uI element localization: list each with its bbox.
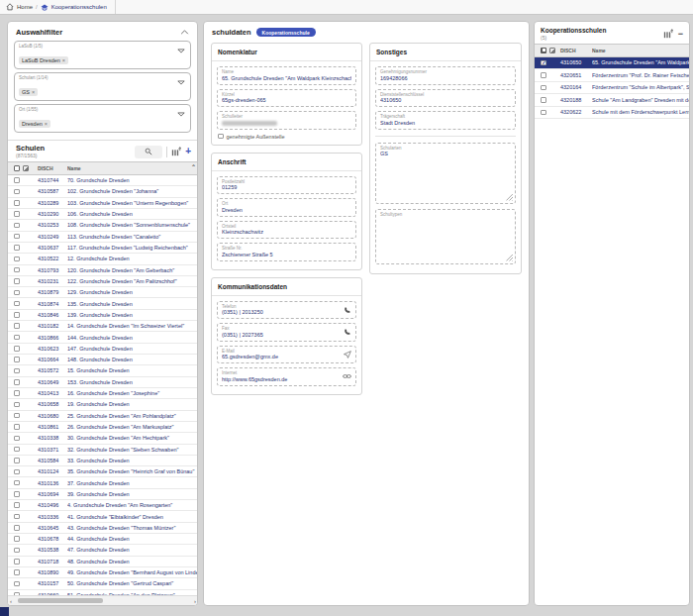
address-field[interactable]: Postleitzahl 01259: [217, 176, 356, 195]
send-icon[interactable]: [344, 351, 351, 359]
chevron-down-icon[interactable]: [177, 80, 185, 85]
filter-chip[interactable]: LaSuB Dresden ×: [19, 56, 68, 64]
row-checkbox[interactable]: [14, 189, 20, 195]
filter-funnel-icon[interactable]: [171, 147, 181, 156]
partial-select-icon[interactable]: [549, 48, 555, 53]
table-row[interactable]: 4310650 65. Grundschule Dresden "Am Wald…: [535, 57, 689, 70]
sonstiges-field[interactable]: Genehmigungsnummer 169428066: [375, 66, 516, 85]
horizontal-scrollbar[interactable]: ‹ ›: [8, 595, 197, 605]
scroll-right-arrow[interactable]: ›: [194, 598, 196, 604]
row-checkbox[interactable]: [14, 245, 20, 251]
kuerzel-field[interactable]: Kürzel 65gs-dresden-065: [217, 89, 356, 108]
table-row[interactable]: 4310157 50. Grundschule Dresden "Gertrud…: [8, 578, 197, 589]
row-checkbox[interactable]: [14, 335, 20, 341]
add-school-button[interactable]: +: [185, 147, 191, 156]
table-row[interactable]: 4310587 102. Grundschule Dresden "Johann…: [8, 186, 197, 197]
address-field[interactable]: Ort Dresden: [217, 198, 356, 217]
phone-icon[interactable]: [344, 306, 351, 314]
table-row[interactable]: 4310678 44. Grundschule Dresden: [8, 534, 197, 545]
row-checkbox[interactable]: [14, 424, 20, 430]
scroll-left-arrow[interactable]: ‹: [8, 598, 14, 604]
scrollbar-thumb[interactable]: [18, 598, 103, 603]
row-checkbox[interactable]: [14, 514, 20, 520]
table-row[interactable]: 4310664 148. Grundschule Dresden: [8, 355, 197, 365]
table-row[interactable]: 4310136 37. Grundschule Dresden: [8, 477, 197, 488]
search-button[interactable]: [135, 146, 162, 158]
schularten-textarea[interactable]: Schularten GS: [375, 143, 516, 204]
filter-select[interactable]: LaSuB (1/5) LaSuB Dresden ×: [14, 41, 191, 69]
table-row[interactable]: 4310253 108. Grundschule Dresden "Sonnen…: [8, 220, 197, 231]
filter-select[interactable]: Schulart (1/14) GS ×: [14, 72, 191, 101]
row-checkbox[interactable]: [14, 447, 20, 453]
table-row[interactable]: 4310124 35. Grundschule Dresden "Heinric…: [8, 466, 197, 477]
row-checkbox[interactable]: [14, 536, 20, 542]
row-checkbox[interactable]: [14, 267, 20, 273]
row-checkbox[interactable]: [14, 312, 20, 318]
row-checkbox[interactable]: [14, 257, 20, 262]
schultypen-textarea[interactable]: Schultypen: [375, 209, 516, 264]
telefon-field[interactable]: Telefon (0351) | 2013250: [217, 301, 356, 320]
resize-handle[interactable]: [506, 255, 513, 261]
address-field[interactable]: Ortsteil Kleinzschachwitz: [217, 221, 356, 240]
table-row[interactable]: 4310718 48. Grundschule Dresden: [8, 557, 197, 567]
table-row[interactable]: 4320651 Förderzentrum "Prof. Dr. Rainer …: [535, 69, 689, 82]
email-field[interactable]: E-Mail 65.gsdresden@gmx.de: [217, 346, 356, 364]
table-row[interactable]: 4310645 43. Grundschule Dresden "Thomas …: [8, 523, 197, 534]
breadcrumb-home[interactable]: Home: [17, 4, 33, 10]
table-row[interactable]: 4320164 Förderzentrum "Schule im Albertp…: [535, 82, 689, 95]
row-checkbox[interactable]: [14, 278, 20, 284]
row-checkbox[interactable]: [541, 85, 546, 91]
table-row[interactable]: 4310371 32. Grundschule Dresden "Sieben …: [8, 445, 197, 456]
table-row[interactable]: 4310231 122. Grundschule Dresden "Am Pal…: [8, 276, 197, 287]
row-checkbox[interactable]: [14, 480, 20, 486]
row-checkbox[interactable]: [14, 290, 20, 296]
row-checkbox[interactable]: [14, 323, 20, 329]
table-row[interactable]: 4310649 153. Grundschule Dresden: [8, 377, 197, 388]
row-checkbox[interactable]: [14, 368, 20, 374]
home-icon[interactable]: [6, 3, 14, 11]
row-checkbox[interactable]: [14, 491, 20, 497]
row-checkbox[interactable]: [14, 390, 20, 396]
table-row[interactable]: 4310336 41. Grundschule "Elbtalkinder" D…: [8, 511, 197, 522]
table-row[interactable]: 4320622 Schule mit dem Förderschwerpunkt…: [535, 107, 689, 120]
scroll-up-arrow[interactable]: ⌃: [191, 164, 196, 170]
filter-funnel-icon[interactable]: [663, 29, 673, 39]
sonstiges-field[interactable]: Dienststellenschlüssel 4310650: [375, 89, 516, 108]
row-checkbox[interactable]: [541, 72, 546, 78]
breadcrumb-current[interactable]: Kooperationsschulen: [51, 4, 107, 10]
row-checkbox[interactable]: [14, 458, 20, 463]
row-checkbox[interactable]: [14, 525, 20, 531]
chip-close-icon[interactable]: ×: [32, 89, 35, 95]
phone-icon[interactable]: [344, 328, 351, 336]
table-row[interactable]: 4310572 15. Grundschule Dresden: [8, 365, 197, 376]
row-checkbox[interactable]: [14, 211, 20, 217]
row-checkbox[interactable]: [14, 379, 20, 385]
collapse-chevron-icon[interactable]: [180, 30, 189, 35]
row-checkbox[interactable]: [14, 502, 20, 508]
table-row[interactable]: 4310182 14. Grundschule Dresden "Im Schw…: [8, 321, 197, 332]
chevron-down-icon[interactable]: [177, 112, 185, 117]
column-header-name[interactable]: Name: [592, 48, 689, 53]
row-checkbox[interactable]: [14, 223, 20, 229]
aussenstelle-checkbox[interactable]: [218, 134, 224, 140]
table-row[interactable]: 4310866 144. Grundschule Dresden: [8, 332, 197, 343]
table-row[interactable]: 4310658 19. Grundschule Dresden: [8, 399, 197, 410]
remove-school-button[interactable]: −: [678, 30, 683, 39]
row-checkbox[interactable]: [14, 469, 20, 475]
resize-handle[interactable]: [506, 194, 513, 201]
table-row[interactable]: 4310522 12. Grundschule Dresden: [8, 254, 197, 264]
table-row[interactable]: 4310496 4. Grundschule Dresden "Am Rosen…: [8, 500, 197, 511]
name-field[interactable]: Name 65. Grundschule Dresden "Am Waldpar…: [217, 66, 356, 85]
row-checkbox[interactable]: [14, 548, 20, 554]
address-field[interactable]: Straße Nr. Zschierener Straße 5: [217, 243, 356, 261]
row-checkbox[interactable]: [14, 301, 20, 307]
filter-chip[interactable]: Dresden ×: [19, 120, 50, 128]
table-row[interactable]: 4310249 113. Grundschule Dresden "Canale…: [8, 232, 197, 243]
table-row[interactable]: 4310874 135. Grundschule Dresden: [8, 298, 197, 309]
column-header-disch[interactable]: DISCH: [38, 165, 67, 171]
schulleiter-field[interactable]: Schulleiter: [217, 111, 356, 130]
table-row[interactable]: 4320188 Schule "Am Landgraben" Dresden m…: [535, 94, 689, 107]
row-checkbox[interactable]: [14, 357, 20, 362]
table-row[interactable]: 4310861 26. Grundschule Dresden "Am Mark…: [8, 422, 197, 433]
table-row[interactable]: 4310289 103. Grundschule Dresden "Unterm…: [8, 198, 197, 209]
